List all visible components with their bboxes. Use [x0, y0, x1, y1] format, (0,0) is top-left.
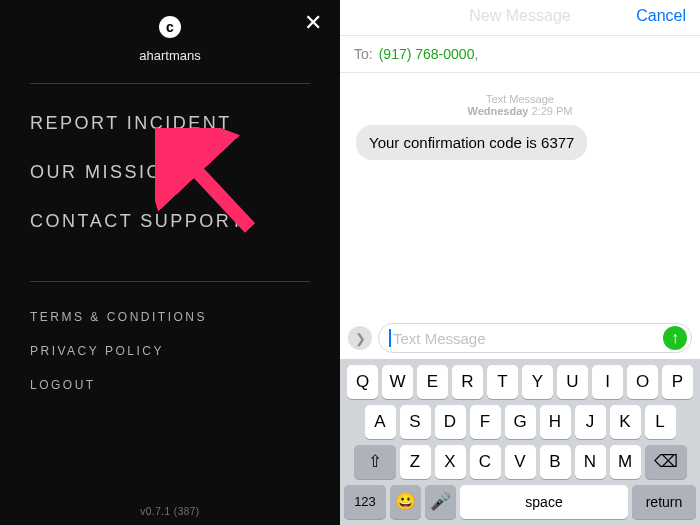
key-backspace[interactable]: ⌫ — [645, 445, 687, 479]
menu-report-incident[interactable]: REPORT INCIDENT — [30, 99, 310, 148]
to-number: (917) 768-0000 — [379, 46, 475, 62]
key-shift[interactable]: ⇧ — [354, 445, 396, 479]
key-h[interactable]: H — [540, 405, 571, 439]
send-button[interactable]: ↑ — [663, 326, 687, 350]
kb-row-1: Q W E R T Y U I O P — [344, 365, 696, 399]
kb-row-3: ⇧ Z X C V B N M ⌫ — [344, 445, 696, 479]
kb-row-4: 123 😀 🎤 space return — [344, 485, 696, 519]
key-l[interactable]: L — [645, 405, 676, 439]
key-g[interactable]: G — [505, 405, 536, 439]
key-o[interactable]: O — [627, 365, 658, 399]
key-m[interactable]: M — [610, 445, 641, 479]
key-u[interactable]: U — [557, 365, 588, 399]
key-j[interactable]: J — [575, 405, 606, 439]
key-t[interactable]: T — [487, 365, 518, 399]
key-x[interactable]: X — [435, 445, 466, 479]
kb-row-2: A S D F G H J K L — [344, 405, 696, 439]
app-side-menu: ✕ c ahartmans REPORT INCIDENT OUR MISSIO… — [0, 0, 340, 525]
spacer — [340, 160, 700, 317]
app-logo-icon: c — [159, 16, 181, 38]
messages-screen: New Message Cancel To: (917) 768-0000 , … — [340, 0, 700, 525]
key-numbers[interactable]: 123 — [344, 485, 386, 519]
input-bar: ❯ Text Message ↑ — [340, 317, 700, 359]
key-a[interactable]: A — [365, 405, 396, 439]
key-w[interactable]: W — [382, 365, 413, 399]
message-bubble: Your confirmation code is 6377 — [356, 125, 587, 160]
menu-contact-support[interactable]: CONTACT SUPPORT — [30, 197, 310, 246]
key-q[interactable]: Q — [347, 365, 378, 399]
key-return[interactable]: return — [632, 485, 696, 519]
app-logo-letter: c — [166, 19, 174, 35]
to-label: To: — [354, 46, 373, 62]
menu-logout[interactable]: LOGOUT — [30, 368, 310, 402]
key-e[interactable]: E — [417, 365, 448, 399]
timestamp: Text Message Wednesday 2:29 PM — [340, 93, 700, 117]
cancel-button[interactable]: Cancel — [636, 7, 686, 25]
key-p[interactable]: P — [662, 365, 693, 399]
secondary-menu: TERMS & CONDITIONS PRIVACY POLICY LOGOUT — [30, 282, 310, 420]
message-input[interactable]: Text Message ↑ — [378, 323, 692, 353]
key-r[interactable]: R — [452, 365, 483, 399]
stamp-line1: Text Message — [340, 93, 700, 105]
send-icon: ↑ — [671, 329, 679, 347]
close-icon[interactable]: ✕ — [304, 10, 322, 36]
menu-privacy[interactable]: PRIVACY POLICY — [30, 334, 310, 368]
version-label: v0.7.1 (387) — [0, 506, 340, 517]
key-space[interactable]: space — [460, 485, 628, 519]
key-d[interactable]: D — [435, 405, 466, 439]
key-mic[interactable]: 🎤 — [425, 485, 456, 519]
keyboard: Q W E R T Y U I O P A S D F G H J K L ⇧ … — [340, 359, 700, 525]
key-s[interactable]: S — [400, 405, 431, 439]
input-placeholder: Text Message — [393, 330, 663, 347]
navbar: New Message Cancel — [340, 0, 700, 36]
stamp-day: Wednesday — [468, 105, 529, 117]
key-b[interactable]: B — [540, 445, 571, 479]
main-menu: REPORT INCIDENT OUR MISSION CONTACT SUPP… — [30, 84, 310, 261]
key-n[interactable]: N — [575, 445, 606, 479]
to-comma: , — [474, 46, 478, 62]
key-y[interactable]: Y — [522, 365, 553, 399]
key-z[interactable]: Z — [400, 445, 431, 479]
menu-our-mission[interactable]: OUR MISSION — [30, 148, 310, 197]
to-field[interactable]: To: (917) 768-0000 , — [340, 36, 700, 73]
menu-terms[interactable]: TERMS & CONDITIONS — [30, 300, 310, 334]
key-emoji[interactable]: 😀 — [390, 485, 421, 519]
app-logo-row: c — [30, 16, 310, 38]
key-i[interactable]: I — [592, 365, 623, 399]
key-f[interactable]: F — [470, 405, 501, 439]
expand-apps-icon[interactable]: ❯ — [348, 326, 372, 350]
stamp-time: 2:29 PM — [532, 105, 573, 117]
key-v[interactable]: V — [505, 445, 536, 479]
key-k[interactable]: K — [610, 405, 641, 439]
username-label: ahartmans — [30, 48, 310, 63]
key-c[interactable]: C — [470, 445, 501, 479]
text-cursor-icon — [389, 329, 391, 347]
